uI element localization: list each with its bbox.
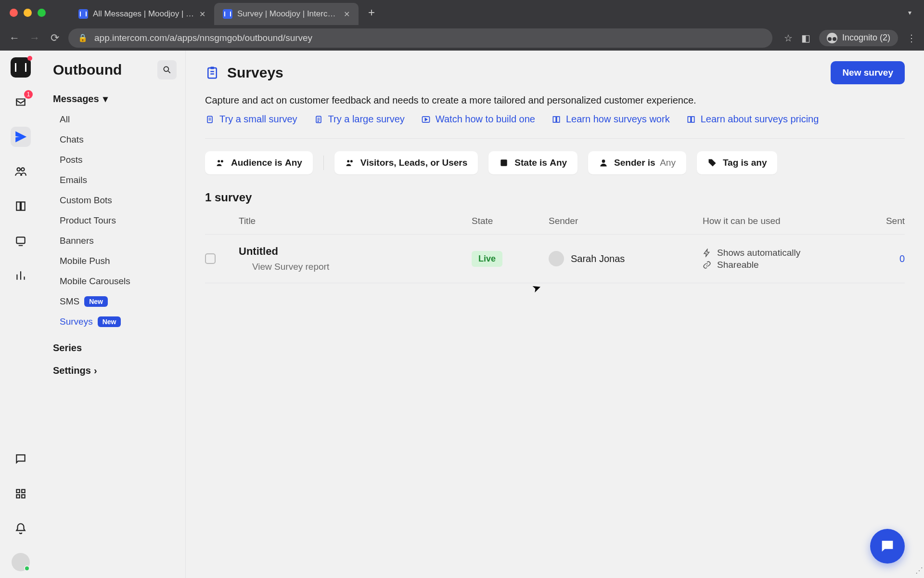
window-zoom-icon[interactable] [38, 9, 46, 17]
table-row[interactable]: Untitled View Survey report Live Sarah J… [205, 235, 905, 283]
filter-state[interactable]: State is Any [488, 151, 578, 174]
sent-count[interactable]: 0 [847, 253, 905, 264]
svg-point-7 [164, 66, 168, 71]
rail-messenger[interactable] [11, 449, 31, 469]
tab-overflow-icon[interactable]: ▾ [908, 9, 911, 16]
help-link-learn-how[interactable]: Learn how surveys work [552, 114, 670, 125]
help-link-pricing[interactable]: Learn about surveys pricing [686, 114, 819, 125]
rail-apps[interactable] [11, 484, 31, 504]
sidebar-item-custom-bots[interactable]: Custom Bots [41, 190, 185, 210]
sidebar-search-button[interactable] [157, 60, 177, 79]
sidebar-item-product-tours[interactable]: Product Tours [41, 210, 185, 231]
nav-reload-icon[interactable]: ⟳ [48, 32, 62, 44]
intercom-favicon-icon [78, 9, 88, 19]
sidebar-item-series[interactable]: Series [53, 337, 185, 359]
svg-point-0 [17, 168, 20, 171]
svg-point-13 [218, 160, 220, 162]
filter-audience[interactable]: Audience is Any [205, 151, 313, 174]
incognito-icon [827, 33, 837, 43]
sidebar-item-sms[interactable]: SMS New [41, 291, 185, 312]
col-sender[interactable]: Sender [549, 216, 703, 226]
rail-inbox[interactable]: 1 [11, 92, 31, 112]
window-minimize-icon[interactable] [24, 9, 32, 17]
rail-avatar[interactable] [12, 553, 30, 571]
intercom-favicon-icon [223, 9, 232, 19]
bookmark-star-icon[interactable]: ☆ [784, 32, 793, 44]
tag-icon [707, 158, 717, 168]
browser-toolbar: ← → ⟳ 🔒 app.intercom.com/a/apps/nnsgmgob… [0, 25, 924, 51]
new-tab-button[interactable]: + [368, 6, 375, 19]
svg-point-18 [503, 162, 505, 164]
sidebar-item-mobile-push[interactable]: Mobile Push [41, 251, 185, 271]
play-icon [421, 115, 431, 124]
col-state[interactable]: State [472, 216, 549, 226]
incognito-label: Incognito (2) [842, 33, 890, 43]
help-link-small-survey[interactable]: Try a small survey [205, 114, 297, 125]
sidebar-item-emails[interactable]: Emails [41, 170, 185, 190]
usage-cell: Shows automatically Shareable [703, 246, 847, 272]
lock-icon: 🔒 [78, 33, 88, 42]
sidebar: Outbound Messages ▾ All Chats Posts Emai… [41, 51, 186, 578]
incognito-indicator[interactable]: Incognito (2) [819, 30, 898, 46]
svg-rect-5 [16, 495, 20, 498]
sidebar-item-surveys[interactable]: Surveys New [41, 312, 185, 332]
search-icon [162, 65, 172, 75]
new-badge: New [84, 296, 108, 307]
view-report-link[interactable]: View Survey report [239, 262, 472, 272]
new-survey-button[interactable]: New survey [831, 61, 905, 84]
col-title[interactable]: Title [239, 216, 472, 226]
state-badge: Live [472, 251, 502, 267]
sidebar-item-settings[interactable]: Settings › [53, 359, 185, 382]
help-link-large-survey[interactable]: Try a large survey [314, 114, 405, 125]
intercom-messenger-fab[interactable] [870, 529, 905, 564]
filter-tag[interactable]: Tag is any [697, 151, 778, 174]
sidebar-item-mobile-carousels[interactable]: Mobile Carousels [41, 271, 185, 291]
rail-operator[interactable] [11, 231, 31, 251]
rail-articles[interactable] [11, 196, 31, 216]
survey-count: 1 survey [205, 191, 905, 204]
book-icon [552, 115, 561, 124]
help-link-watch[interactable]: Watch how to build one [421, 114, 535, 125]
book-icon [686, 115, 696, 124]
svg-point-15 [347, 160, 349, 162]
svg-rect-3 [16, 489, 20, 493]
rail-contacts[interactable] [11, 161, 31, 182]
filter-sender[interactable]: Sender is Any [588, 151, 686, 174]
rail-reports[interactable] [11, 265, 31, 286]
sidebar-item-all[interactable]: All [41, 109, 185, 130]
help-links: Try a small survey Try a large survey Wa… [205, 114, 905, 139]
page-title: Surveys [227, 65, 283, 81]
filter-visitors[interactable]: Visitors, Leads, or Users [334, 151, 478, 174]
col-sent[interactable]: Sent [847, 216, 905, 226]
row-checkbox[interactable] [205, 253, 216, 264]
rail-notifications[interactable] [11, 518, 31, 539]
col-usage[interactable]: How it can be used [703, 216, 847, 226]
address-bar[interactable]: 🔒 app.intercom.com/a/apps/nnsgmgob/outbo… [68, 28, 772, 48]
sidebar-item-chats[interactable]: Chats [41, 130, 185, 150]
tab-title: Survey | Moodjoy | Intercom [237, 9, 339, 19]
nav-back-icon[interactable]: ← [8, 32, 21, 44]
nav-forward-icon[interactable]: → [28, 32, 41, 44]
sidebar-item-banners[interactable]: Banners [41, 231, 185, 251]
new-badge: New [98, 316, 121, 327]
table-header: Title State Sender How it can be used Se… [205, 216, 905, 235]
person-icon [599, 158, 608, 168]
row-title: Untitled [239, 245, 472, 258]
browser-tab[interactable]: All Messages | Moodjoy | Interc ✕ [70, 3, 214, 25]
intercom-logo-icon[interactable] [11, 57, 31, 78]
link-icon [703, 261, 711, 269]
window-close-icon[interactable] [10, 9, 18, 17]
tab-close-icon[interactable]: ✕ [344, 10, 350, 19]
clipboard-icon [314, 115, 323, 124]
sidebar-item-posts[interactable]: Posts [41, 150, 185, 170]
filter-row: Audience is Any Visitors, Leads, or User… [205, 151, 905, 174]
browser-menu-icon[interactable]: ⋮ [907, 32, 916, 44]
sender-name: Sarah Jonas [571, 253, 625, 264]
resize-grip-icon[interactable]: ⋰ [915, 566, 921, 575]
people-icon [345, 158, 355, 168]
rail-outbound[interactable] [11, 127, 31, 147]
browser-tab-active[interactable]: Survey | Moodjoy | Intercom ✕ [214, 3, 359, 25]
tab-close-icon[interactable]: ✕ [199, 10, 205, 19]
sidebar-section-messages[interactable]: Messages ▾ [41, 88, 185, 107]
extensions-icon[interactable]: ◧ [801, 32, 810, 44]
